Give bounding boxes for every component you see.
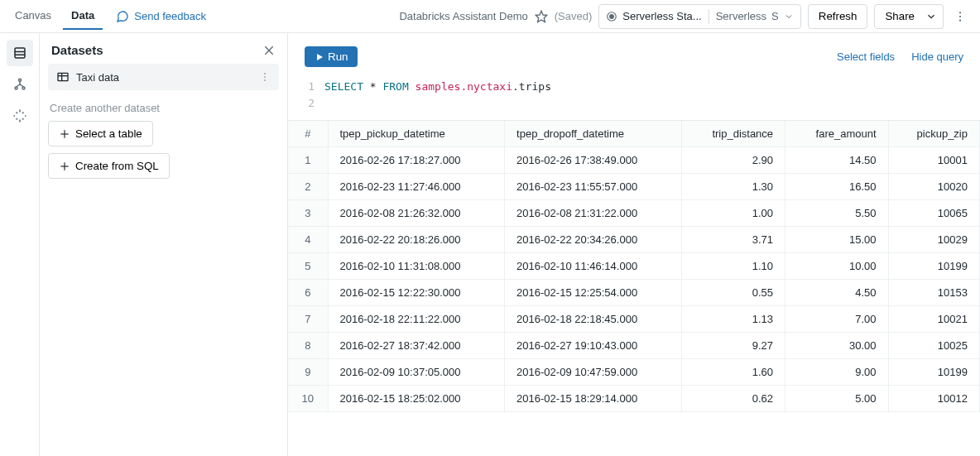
separator (709, 9, 709, 24)
plus-icon (59, 161, 70, 172)
table-cell: 2016-02-26 17:38:49.000 (505, 147, 682, 174)
table-cell: 10199 (888, 253, 979, 280)
table-cell: 0.62 (681, 386, 785, 412)
compute-short: S (771, 10, 779, 22)
run-label: Run (328, 50, 348, 63)
table-cell: 2016-02-15 18:25:02.000 (328, 386, 505, 412)
table-row[interactable]: 42016-02-22 20:18:26.0002016-02-22 20:34… (288, 227, 980, 253)
table-cell: 5.00 (785, 386, 888, 412)
table-cell: 30.00 (785, 333, 888, 359)
table-cell: 1.13 (681, 306, 785, 333)
table-cell: 10153 (888, 280, 979, 306)
share-button[interactable]: Share (874, 4, 925, 29)
hide-query-link[interactable]: Hide query (911, 50, 963, 63)
line-number: 2 (305, 95, 324, 112)
results-table: #tpep_pickup_datetimetpep_dropoff_dateti… (288, 121, 980, 412)
table-row[interactable]: 72016-02-18 22:11:22.0002016-02-18 22:18… (288, 306, 980, 333)
svg-point-17 (264, 73, 266, 74)
column-header-index[interactable]: # (288, 121, 328, 147)
results-grid[interactable]: #tpep_pickup_datetimetpep_dropoff_dateti… (288, 120, 980, 456)
table-cell: 14.50 (785, 147, 888, 174)
share-dropdown-button[interactable] (919, 4, 944, 29)
send-feedback-link[interactable]: Send feedback (116, 10, 206, 23)
table-cell: 9.00 (785, 359, 888, 386)
main-tabs: Canvas Data (7, 2, 103, 30)
table-cell: 16.50 (785, 174, 888, 200)
chevron-down-icon (925, 11, 937, 22)
table-cell: 10065 (888, 200, 979, 227)
sql-editor[interactable]: 1 SELECT * FROM samples.nyctaxi.trips 2 (305, 79, 963, 112)
table-row[interactable]: 12016-02-26 17:18:27.0002016-02-26 17:38… (288, 147, 980, 174)
tab-data[interactable]: Data (63, 2, 103, 30)
table-row[interactable]: 92016-02-09 10:37:05.0002016-02-09 10:47… (288, 359, 980, 386)
compute-selector[interactable]: Serverless Sta... Serverless S (598, 4, 800, 29)
overflow-menu-button[interactable] (950, 7, 970, 26)
list-icon (12, 46, 27, 60)
row-index-cell: 10 (288, 386, 328, 412)
column-header[interactable]: fare_amount (785, 121, 888, 147)
query-toolbar: Run Select fields Hide query (305, 46, 963, 67)
create-from-sql-button[interactable]: Create from SQL (48, 153, 170, 179)
row-index-cell: 4 (288, 227, 328, 253)
tree-icon (12, 77, 27, 92)
table-cell: 9.27 (681, 333, 785, 359)
table-cell: 10020 (888, 174, 979, 200)
favorite-star-icon[interactable] (535, 10, 548, 23)
play-icon (315, 52, 324, 62)
table-cell: 2016-02-27 19:10:43.000 (505, 333, 682, 359)
table-cell: 10012 (888, 386, 979, 412)
compute-detail: Serverless (716, 10, 766, 22)
table-cell: 10025 (888, 333, 979, 359)
table-row[interactable]: 32016-02-08 21:26:32.0002016-02-08 21:31… (288, 200, 980, 227)
svg-point-11 (22, 87, 25, 89)
column-header[interactable]: pickup_zip (888, 121, 979, 147)
table-cell: 10001 (888, 147, 979, 174)
column-header[interactable]: tpep_dropoff_datetime (505, 121, 682, 147)
dataset-item-menu[interactable] (259, 71, 271, 83)
tab-canvas[interactable]: Canvas (7, 2, 60, 30)
table-cell: 2016-02-15 18:29:14.000 (505, 386, 682, 412)
table-row[interactable]: 62016-02-15 12:22:30.0002016-02-15 12:25… (288, 280, 980, 306)
row-index-cell: 8 (288, 333, 328, 359)
svg-point-18 (264, 76, 266, 78)
close-icon (262, 44, 276, 57)
column-header[interactable]: trip_distance (681, 121, 785, 147)
table-cell: 2016-02-23 11:27:46.000 (328, 174, 505, 200)
table-cell: 1.00 (681, 200, 785, 227)
svg-point-19 (264, 79, 266, 81)
refresh-button[interactable]: Refresh (808, 4, 868, 29)
select-table-button[interactable]: Select a table (48, 121, 153, 146)
table-row[interactable]: 22016-02-23 11:27:46.0002016-02-23 11:55… (288, 174, 980, 200)
rail-schema-button[interactable] (7, 71, 33, 98)
rail-datasets-button[interactable] (7, 40, 33, 66)
select-table-label: Select a table (75, 127, 142, 140)
table-cell: 2016-02-22 20:34:26.000 (505, 227, 682, 253)
create-dataset-hint: Create another dataset (48, 90, 279, 121)
chevron-down-icon (784, 12, 794, 22)
table-cell: 2016-02-10 11:46:14.000 (505, 253, 682, 280)
run-button[interactable]: Run (305, 46, 358, 67)
kebab-icon (259, 71, 271, 83)
saved-indicator: (Saved) (555, 10, 593, 22)
table-row[interactable]: 52016-02-10 11:31:08.0002016-02-10 11:46… (288, 253, 980, 280)
table-cell: 3.71 (681, 227, 785, 253)
rail-assistant-button[interactable] (7, 103, 33, 129)
sidebar-header: Datasets (48, 40, 279, 64)
select-fields-link[interactable]: Select fields (837, 50, 895, 63)
column-header[interactable]: tpep_pickup_datetime (328, 121, 505, 147)
table-header-row: #tpep_pickup_datetimetpep_dropoff_dateti… (288, 121, 980, 147)
radio-dot-icon (606, 11, 617, 22)
table-row[interactable]: 82016-02-27 18:37:42.0002016-02-27 19:10… (288, 333, 980, 359)
main-area: Datasets Taxi data Create another datase… (0, 33, 980, 456)
table-row[interactable]: 102016-02-15 18:25:02.0002016-02-15 18:2… (288, 386, 980, 412)
kebab-icon (954, 10, 967, 23)
dataset-item[interactable]: Taxi data (48, 64, 279, 90)
table-cell: 10029 (888, 227, 979, 253)
row-index-cell: 5 (288, 253, 328, 280)
dashboard-title: Databricks Assistant Demo (399, 10, 527, 22)
table-cell: 5.50 (785, 200, 888, 227)
table-cell: 2016-02-22 20:18:26.000 (328, 227, 505, 253)
row-index-cell: 7 (288, 306, 328, 333)
close-sidebar-button[interactable] (262, 44, 276, 57)
topbar-right: Databricks Assistant Demo (Saved) Server… (399, 4, 973, 29)
